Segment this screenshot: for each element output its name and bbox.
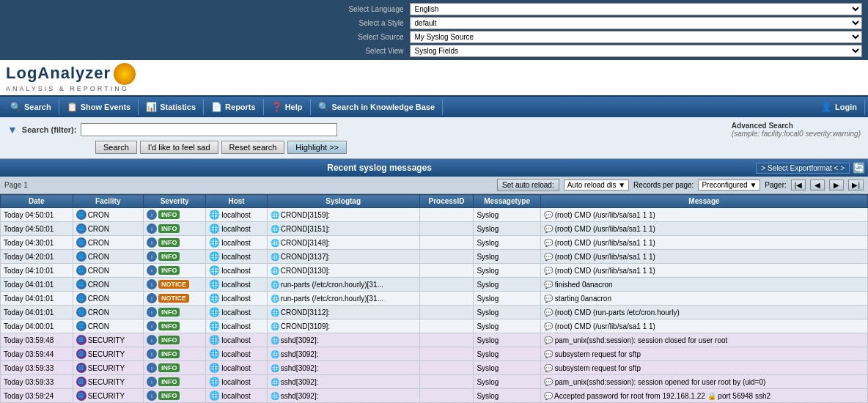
cell-severity: i INFO [143, 375, 205, 389]
auto-reload-val[interactable]: Auto reload dis ▼ [564, 180, 629, 191]
cell-severity: i INFO [143, 361, 205, 375]
severity-badge: INFO [158, 308, 180, 317]
facility-icon: 🌐 [76, 293, 87, 303]
cell-pid [419, 264, 474, 278]
host-label: localhost [221, 225, 250, 233]
cell-message: 💬 pam_unix(sshd:session): session opened… [540, 375, 867, 389]
syslogtag-label: sshd[3092]: [281, 364, 319, 372]
severity-icon: i [147, 391, 157, 401]
table-row[interactable]: Today 03:59:33 🌐 SECURITY i INFO 🌐 local… [1, 361, 868, 375]
cell-severity: i INFO [143, 208, 205, 222]
host-label: localhost [221, 308, 250, 317]
cell-syslogtag: 🌐 sshd[3092]: [267, 333, 419, 347]
facility-icon: 🌐 [76, 349, 87, 359]
nav-show-events[interactable]: 📋 Show Events [59, 99, 139, 115]
table-row[interactable]: Today 04:20:01 🌐 CRON i INFO 🌐 localhost… [1, 250, 868, 264]
search-button[interactable]: Search [95, 141, 137, 154]
pager-next[interactable]: ▶ [829, 180, 844, 191]
nav-statistics[interactable]: 📊 Statistics [139, 99, 204, 115]
msg-icon: 💬 [544, 281, 553, 289]
pager-last[interactable]: ▶| [848, 180, 864, 191]
host-globe-icon: 🌐 [209, 279, 220, 289]
records-val[interactable]: Preconfigured ▼ [698, 180, 760, 191]
adv-sample: (sample: facility:local0 severity:warnin… [732, 130, 861, 138]
cell-facility: 🌐 CRON [73, 250, 143, 264]
cell-date: Today 04:50:01 [1, 208, 73, 222]
cell-message: 💬 (root) CMD (/usr/lib/sa/sa1 1 1) [540, 222, 867, 236]
export-button[interactable]: > Select Exportformat < > [756, 163, 850, 174]
feel-sad-button[interactable]: I'd like to feel sad [140, 141, 218, 154]
cell-msgtype: Syslog [474, 208, 541, 222]
severity-icon: i [147, 377, 157, 387]
table-wrapper: Date Facility Severity Host Syslogtag Pr… [0, 194, 868, 403]
facility-icon: 🌐 [76, 363, 87, 373]
cell-severity: i INFO [143, 264, 205, 278]
view-select[interactable]: Syslog Fields [410, 45, 862, 57]
auto-reload-button[interactable]: Set auto reload: [497, 179, 559, 191]
msg-icon: 💬 [544, 392, 553, 400]
source-select[interactable]: My Syslog Source [410, 31, 862, 43]
severity-badge: NOTICE [158, 294, 189, 303]
table-row[interactable]: Today 04:30:01 🌐 CRON i INFO 🌐 localhost… [1, 236, 868, 250]
col-syslogtag: Syslogtag [267, 195, 419, 208]
syslogtag-label: sshd[3092]: [281, 378, 319, 386]
severity-badge: INFO [158, 350, 180, 358]
table-row[interactable]: Today 04:00:01 🌐 CRON i INFO 🌐 localhost… [1, 319, 868, 333]
search-input[interactable] [81, 123, 337, 136]
facility-label: CRON [88, 267, 109, 275]
table-row[interactable]: Today 03:59:24 🌐 SECURITY i INFO 🌐 local… [1, 389, 868, 403]
syslogtag-icon: 🌐 [271, 281, 279, 289]
table-header-row: Date Facility Severity Host Syslogtag Pr… [1, 195, 868, 208]
cell-msgtype: Syslog [474, 306, 541, 319]
table-refresh-icon[interactable]: 🔄 [853, 162, 865, 174]
table-row[interactable]: Today 03:59:33 🌐 SECURITY i INFO 🌐 local… [1, 375, 868, 389]
table-row[interactable]: Today 04:10:01 🌐 CRON i INFO 🌐 localhost… [1, 264, 868, 278]
cell-message: 💬 (root) CMD (/usr/lib/sa/sa1 1 1) [540, 250, 867, 264]
nav-stats-label: Statistics [160, 103, 196, 111]
facility-icon: 🌐 [76, 335, 87, 345]
cell-message: 💬 subsystem request for sftp [540, 347, 867, 361]
host-label: localhost [221, 336, 250, 344]
cell-facility: 🌐 CRON [73, 319, 143, 333]
reset-search-button[interactable]: Reset search [221, 141, 285, 154]
cell-pid [419, 236, 474, 250]
pager-first[interactable]: |◀ [791, 180, 806, 191]
col-date: Date [1, 195, 73, 208]
search-nav-icon: 🔍 [10, 102, 21, 112]
facility-label: CRON [88, 322, 109, 330]
table-row[interactable]: Today 03:59:44 🌐 SECURITY i INFO 🌐 local… [1, 347, 868, 361]
cell-host: 🌐 localhost [206, 236, 267, 250]
table-row[interactable]: Today 03:59:48 🌐 SECURITY i INFO 🌐 local… [1, 333, 868, 347]
nav-reports[interactable]: 📄 Reports [204, 99, 264, 115]
table-row[interactable]: Today 04:01:01 🌐 CRON i NOTICE 🌐 localho… [1, 292, 868, 306]
style-select[interactable]: default [410, 17, 862, 29]
severity-icon: i [147, 335, 157, 345]
host-label: localhost [221, 392, 250, 400]
syslogtag-label: sshd[3092]: [281, 336, 319, 344]
pager-label: Pager: [765, 181, 786, 189]
facility-label: CRON [88, 281, 109, 289]
table-row[interactable]: Today 04:01:01 🌐 CRON i INFO 🌐 localhost… [1, 306, 868, 319]
syslogtag-icon: 🌐 [271, 253, 279, 261]
severity-badge: INFO [158, 336, 180, 344]
top-right-controls: Select Language English Select a Style d… [0, 0, 868, 60]
highlight-button[interactable]: Highlight >> [287, 141, 347, 154]
cell-severity: i NOTICE [143, 292, 205, 306]
pager-prev[interactable]: ◀ [810, 180, 825, 191]
col-pid: ProcessID [419, 195, 474, 208]
table-row[interactable]: Today 04:50:01 🌐 CRON i INFO 🌐 localhost… [1, 222, 868, 236]
nav-login[interactable]: 👤 Login [814, 99, 865, 115]
nav-knowledge-base[interactable]: 🔍 Search in Knowledge Base [311, 99, 444, 115]
table-row[interactable]: Today 04:01:01 🌐 CRON i NOTICE 🌐 localho… [1, 278, 868, 292]
search-area: ▼ Search (filter): Advanced Search (samp… [0, 117, 868, 159]
cell-syslogtag: 🌐 CROND[3159]: [267, 208, 419, 222]
host-label: localhost [221, 322, 250, 330]
cell-syslogtag: 🌐 sshd[3092]: [267, 361, 419, 375]
nav-search[interactable]: 🔍 Search [3, 99, 59, 115]
msg-icon: 💬 [544, 211, 553, 219]
nav-help[interactable]: ❓ Help [264, 99, 311, 115]
lang-select[interactable]: English [410, 3, 862, 15]
msg-icon: 💬 [544, 295, 553, 303]
host-label: localhost [221, 267, 250, 275]
table-row[interactable]: Today 04:50:01 🌐 CRON i INFO 🌐 localhost… [1, 208, 868, 222]
